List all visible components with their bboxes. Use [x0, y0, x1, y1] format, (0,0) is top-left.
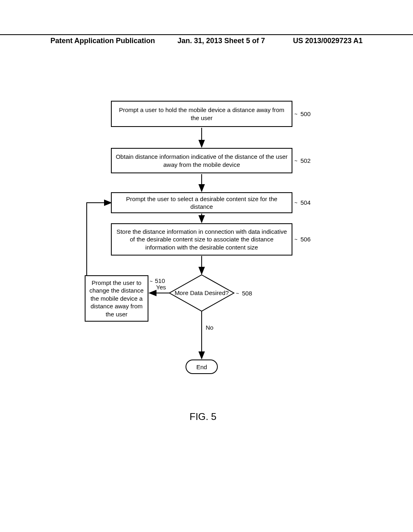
ref-502: 502 — [300, 157, 311, 164]
page-header: Patent Application Publication Jan. 31, … — [0, 34, 413, 45]
process-box-510: Prompt the user to change the distance t… — [85, 275, 148, 322]
figure-caption: FIG. 5 — [190, 411, 217, 422]
ref-510: 510 — [155, 277, 165, 284]
header-right: US 2013/0029723 A1 — [293, 37, 363, 45]
header-center: Jan. 31, 2013 Sheet 5 of 7 — [177, 37, 265, 45]
decision-508: More Data Desired? — [169, 275, 234, 311]
process-text: Store the distance information in connec… — [114, 228, 289, 251]
ref-504: 504 — [300, 199, 311, 206]
ref-tick: ~ — [236, 290, 239, 296]
process-box-502: Obtain distance information indicative o… — [111, 148, 292, 173]
ref-tick: ~ — [294, 236, 298, 242]
ref-506: 506 — [300, 236, 311, 243]
ref-tick: ~ — [294, 111, 298, 117]
process-box-506: Store the distance information in connec… — [111, 223, 292, 256]
edge-no: No — [206, 324, 213, 331]
ref-500: 500 — [300, 110, 311, 117]
process-text: Prompt the user to select a desirable co… — [114, 195, 289, 211]
terminator-end: End — [186, 360, 218, 374]
process-text: Prompt a user to hold the mobile device … — [114, 106, 289, 122]
header-left: Patent Application Publication — [50, 37, 155, 45]
edge-yes: Yes — [156, 284, 166, 291]
terminator-text: End — [196, 364, 207, 370]
ref-tick: ~ — [294, 200, 298, 206]
process-text: Prompt the user to change the distance t… — [88, 279, 145, 318]
ref-508: 508 — [242, 290, 252, 297]
ref-tick: ~ — [150, 278, 153, 284]
process-box-500: Prompt a user to hold the mobile device … — [111, 101, 292, 127]
process-box-504: Prompt the user to select a desirable co… — [111, 192, 292, 213]
decision-text: More Data Desired? — [175, 289, 229, 297]
ref-tick: ~ — [294, 158, 298, 164]
process-text: Obtain distance information indicative o… — [114, 153, 289, 168]
